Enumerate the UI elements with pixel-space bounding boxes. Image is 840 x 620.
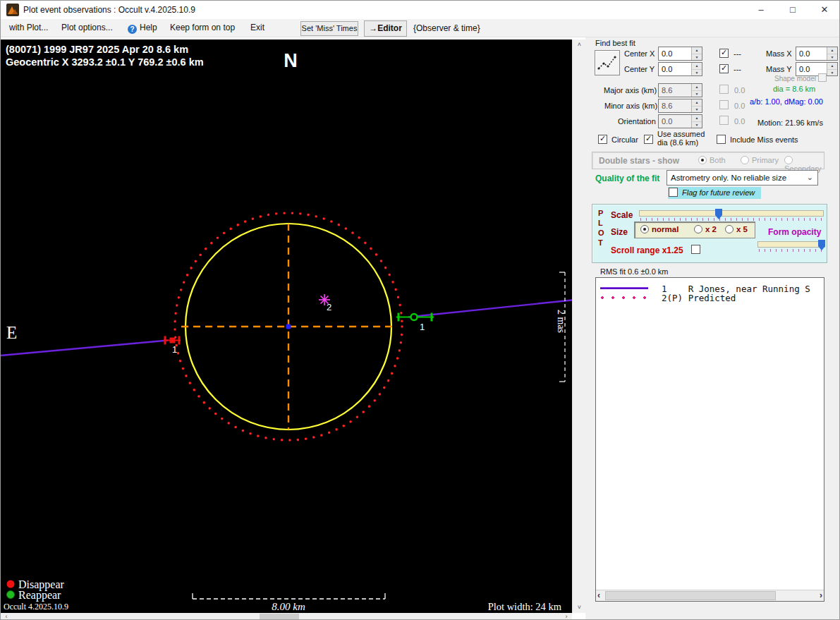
radio-icon bbox=[640, 225, 649, 233]
scroll-left-icon[interactable]: ‹ bbox=[597, 590, 600, 601]
find-best-fit-label: Find best fit bbox=[595, 39, 635, 47]
close-icon[interactable]: ✕ bbox=[810, 1, 839, 19]
mass-y-spinner[interactable]: 0.0 ▲▼ bbox=[796, 62, 838, 76]
shape-model-label: Shape model bbox=[774, 75, 816, 83]
observations-list[interactable]: 1 R Jones, near Running S 2(P) Predicted… bbox=[595, 277, 824, 602]
chord-line-west[interactable] bbox=[1, 341, 168, 356]
center-x-dash: --- bbox=[734, 49, 741, 58]
list-horizontal-scrollbar[interactable]: ‹ › bbox=[596, 590, 824, 601]
center-y-label: Center Y bbox=[624, 65, 655, 73]
shape-model-checkbox bbox=[818, 73, 827, 82]
star-number: 2 bbox=[327, 302, 331, 312]
center-y-spinner[interactable]: 0.0 ▲▼ bbox=[658, 62, 702, 76]
size-x5[interactable]: x 5 bbox=[725, 225, 748, 233]
include-miss-label: Include Miss events bbox=[730, 135, 798, 144]
scroll-down-icon[interactable]: ˅ bbox=[573, 604, 586, 612]
find-best-fit-button[interactable] bbox=[595, 50, 620, 75]
radio-icon bbox=[694, 225, 702, 233]
minimize-icon[interactable]: – bbox=[747, 1, 775, 19]
title-bar: Plot event observations : Occult v.4.202… bbox=[1, 1, 839, 19]
chord-line-east[interactable] bbox=[408, 300, 572, 317]
scrollbar-thumb[interactable] bbox=[260, 614, 299, 620]
mass-x-spinner[interactable]: 0.0 ▲▼ bbox=[796, 47, 838, 61]
quality-select[interactable]: Astrometry only. No reliable size ⌄ bbox=[666, 170, 818, 186]
window-title: Plot event observations : Occult v.4.202… bbox=[23, 5, 195, 15]
scroll-right-icon[interactable]: › bbox=[562, 613, 571, 620]
radio-icon bbox=[784, 156, 793, 164]
menu-help[interactable]: ?Help bbox=[128, 23, 157, 34]
center-y-dash: --- bbox=[734, 65, 741, 73]
menu-keep-on-top[interactable]: Keep form on top bbox=[170, 23, 235, 32]
spin-up-icon[interactable]: ▲ bbox=[692, 63, 702, 69]
minor-axis-aux: 0.0 bbox=[734, 102, 745, 110]
occultation-plot[interactable]: 1 1 2 (80071) 1999 JR97 2025 Apr 20 8.6 … bbox=[1, 39, 572, 613]
scroll-right-icon[interactable]: › bbox=[820, 590, 822, 601]
menu-plot-options[interactable]: Plot options... bbox=[61, 23, 113, 32]
scale-bar-label: 8.00 km bbox=[272, 601, 305, 612]
major-axis-spinner: 8.6 ▲▼ bbox=[658, 83, 702, 97]
spin-down-icon[interactable]: ▼ bbox=[692, 54, 702, 61]
scale-slider[interactable] bbox=[639, 209, 824, 221]
scale-label: Scale bbox=[611, 210, 633, 220]
center-x-label: Center X bbox=[624, 49, 655, 58]
reappear-legend-label: Reappear bbox=[18, 589, 61, 602]
circular-checkbox[interactable] bbox=[598, 135, 607, 144]
spin-down-icon[interactable]: ▼ bbox=[827, 54, 837, 61]
editor-button[interactable]: →Editor bbox=[364, 20, 407, 37]
spin-up-icon[interactable]: ▲ bbox=[827, 47, 837, 54]
radio-icon bbox=[725, 225, 734, 233]
slider-track[interactable] bbox=[757, 241, 825, 248]
plot-letter-p: P bbox=[598, 209, 603, 217]
mass-x-label: Mass X bbox=[766, 49, 792, 58]
size-x2[interactable]: x 2 bbox=[694, 225, 717, 233]
observation-row[interactable]: 2(P) Predicted bbox=[596, 293, 824, 302]
center-point bbox=[286, 324, 291, 329]
double-stars-primary: Primary bbox=[741, 156, 779, 164]
chevron-down-icon: ⌄ bbox=[807, 173, 813, 182]
scroll-range-checkbox[interactable] bbox=[691, 245, 700, 254]
include-miss-checkbox[interactable] bbox=[717, 135, 726, 144]
orientation-checkbox bbox=[719, 116, 729, 125]
menu-exit[interactable]: Exit bbox=[250, 23, 264, 32]
scrollbar-thumb[interactable] bbox=[605, 591, 776, 600]
mass-y-label: Mass Y bbox=[766, 65, 791, 73]
dia-value: dia = 8.6 km bbox=[773, 85, 815, 93]
center-y-checkbox[interactable] bbox=[719, 64, 729, 73]
minor-axis-spinner: 8.6 ▲▼ bbox=[658, 99, 702, 113]
form-opacity-slider[interactable] bbox=[757, 240, 825, 253]
major-axis-label: Major axis (km) bbox=[604, 86, 657, 95]
fit-chart-icon bbox=[595, 51, 619, 75]
plot-header-line1: (80071) 1999 JR97 2025 Apr 20 8.6 km bbox=[6, 44, 188, 55]
maximize-icon[interactable]: □ bbox=[779, 1, 807, 19]
observation-row[interactable]: 1 R Jones, near Running S bbox=[596, 284, 824, 293]
plot-letter-t: T bbox=[598, 238, 603, 247]
slider-ticks bbox=[759, 249, 824, 252]
center-x-spinner[interactable]: 0.0 ▲▼ bbox=[658, 47, 702, 61]
scale-bar bbox=[193, 593, 385, 599]
circular-label: Circular bbox=[611, 135, 638, 144]
plot-vertical-scrollbar[interactable]: ˄ ˅ bbox=[572, 39, 585, 613]
use-assumed-dia-checkbox[interactable] bbox=[644, 135, 653, 144]
disappear-marker[interactable] bbox=[164, 336, 181, 345]
flag-review-checkbox[interactable] bbox=[669, 188, 678, 197]
spin-down-icon[interactable]: ▼ bbox=[692, 69, 702, 76]
slider-track[interactable] bbox=[639, 210, 824, 217]
spin-up-icon[interactable]: ▲ bbox=[827, 63, 837, 69]
scroll-up-icon[interactable]: ˄ bbox=[573, 41, 586, 49]
center-x-checkbox[interactable] bbox=[719, 49, 729, 58]
plot-letter-l: L bbox=[598, 219, 603, 227]
observer-time-label: {Observer & time} bbox=[413, 23, 480, 33]
spin-up-icon[interactable]: ▲ bbox=[692, 47, 702, 54]
flag-review-row: Flag for future review bbox=[668, 187, 761, 199]
radio-icon bbox=[698, 156, 707, 164]
spin-down-icon[interactable]: ▼ bbox=[827, 69, 837, 76]
plot-letter-o: O bbox=[598, 229, 604, 237]
plot-horizontal-scrollbar[interactable]: ‹ › bbox=[1, 613, 572, 620]
use-assumed-line1: Use assumed bbox=[657, 130, 705, 138]
east-label: E bbox=[6, 323, 17, 342]
set-miss-times-button[interactable]: Set 'Miss' Times bbox=[300, 21, 358, 36]
menu-with-plot[interactable]: with Plot... bbox=[9, 23, 48, 32]
plot-width-label: Plot width: 24 km bbox=[488, 601, 562, 612]
scroll-left-icon[interactable]: ‹ bbox=[2, 613, 11, 620]
size-normal[interactable]: normal bbox=[640, 225, 678, 233]
